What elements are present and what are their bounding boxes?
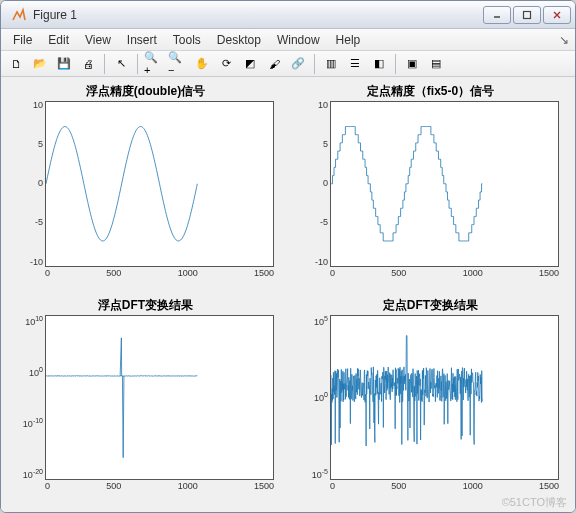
x-ticks: 0 500 1000 1500 (45, 482, 274, 496)
y-ticks: 105 100 10-5 (294, 315, 328, 481)
window-buttons (483, 6, 571, 24)
matlab-icon (11, 7, 27, 23)
subplot-3-double-dft: 浮点DFT变换结果 1010 100 10-10 10-20 0 500 100… (9, 301, 282, 501)
x-ticks: 0 500 1000 1500 (45, 269, 274, 283)
menu-view[interactable]: View (77, 31, 119, 49)
maximize-button[interactable] (513, 6, 541, 24)
pointer-icon[interactable]: ↖ (110, 53, 132, 75)
axes[interactable] (45, 101, 274, 267)
axes[interactable] (330, 315, 559, 481)
datatip-icon[interactable]: ◩ (239, 53, 261, 75)
rotate-icon[interactable]: ⟳ (215, 53, 237, 75)
subplot-title: 定点精度（fix5-0）信号 (294, 83, 567, 100)
show-plottools-icon[interactable]: ▤ (425, 53, 447, 75)
link-icon[interactable]: 🔗 (287, 53, 309, 75)
x-ticks: 0 500 1000 1500 (330, 482, 559, 496)
subplot-title: 浮点DFT变换结果 (9, 297, 282, 314)
subplot-4-fixed-dft: 定点DFT变换结果 105 100 10-5 0 500 1000 1500 (294, 301, 567, 501)
subplot-1-double-signal: 浮点精度(double)信号 10 5 0 -5 -10 0 500 1000 … (9, 87, 282, 287)
subplot-2-fixed-signal: 定点精度（fix5-0）信号 10 5 0 -5 -10 0 500 1000 … (294, 87, 567, 287)
legend-icon[interactable]: ☰ (344, 53, 366, 75)
zoom-in-icon[interactable]: 🔍+ (143, 53, 165, 75)
axes[interactable] (45, 315, 274, 481)
zoom-out-icon[interactable]: 🔍− (167, 53, 189, 75)
y-ticks: 10 5 0 -5 -10 (294, 101, 328, 267)
title-text: Figure 1 (33, 8, 483, 22)
menu-insert[interactable]: Insert (119, 31, 165, 49)
menu-file[interactable]: File (5, 31, 40, 49)
menu-tools[interactable]: Tools (165, 31, 209, 49)
menu-help[interactable]: Help (328, 31, 369, 49)
subplot-grid: 浮点精度(double)信号 10 5 0 -5 -10 0 500 1000 … (9, 87, 567, 500)
open-icon[interactable]: 📂 (29, 53, 51, 75)
y-ticks: 1010 100 10-10 10-20 (9, 315, 43, 481)
dock-icon[interactable]: ↘ (557, 33, 571, 47)
watermark: ©51CTO博客 (502, 495, 567, 510)
subplot-title: 定点DFT变换结果 (294, 297, 567, 314)
menu-bar: File Edit View Insert Tools Desktop Wind… (1, 29, 575, 51)
y-ticks: 10 5 0 -5 -10 (9, 101, 43, 267)
hide-plottools-icon[interactable]: ▣ (401, 53, 423, 75)
new-figure-icon[interactable]: 🗋 (5, 53, 27, 75)
figure-area: 浮点精度(double)信号 10 5 0 -5 -10 0 500 1000 … (1, 77, 575, 512)
colorbar-icon[interactable]: ▥ (320, 53, 342, 75)
pan-icon[interactable]: ✋ (191, 53, 213, 75)
menu-edit[interactable]: Edit (40, 31, 77, 49)
minimize-button[interactable] (483, 6, 511, 24)
save-icon[interactable]: 💾 (53, 53, 75, 75)
svg-rect-1 (524, 11, 531, 18)
figure-window: Figure 1 File Edit View Insert Tools Des… (0, 0, 576, 513)
menu-desktop[interactable]: Desktop (209, 31, 269, 49)
close-button[interactable] (543, 6, 571, 24)
menu-window[interactable]: Window (269, 31, 328, 49)
toolbar: 🗋📂💾🖨↖🔍+🔍−✋⟳◩🖌🔗▥☰◧▣▤ (1, 51, 575, 77)
plottools-icon[interactable]: ◧ (368, 53, 390, 75)
axes[interactable] (330, 101, 559, 267)
print-icon[interactable]: 🖨 (77, 53, 99, 75)
title-bar[interactable]: Figure 1 (1, 1, 575, 29)
subplot-title: 浮点精度(double)信号 (9, 83, 282, 100)
x-ticks: 0 500 1000 1500 (330, 269, 559, 283)
brush-icon[interactable]: 🖌 (263, 53, 285, 75)
